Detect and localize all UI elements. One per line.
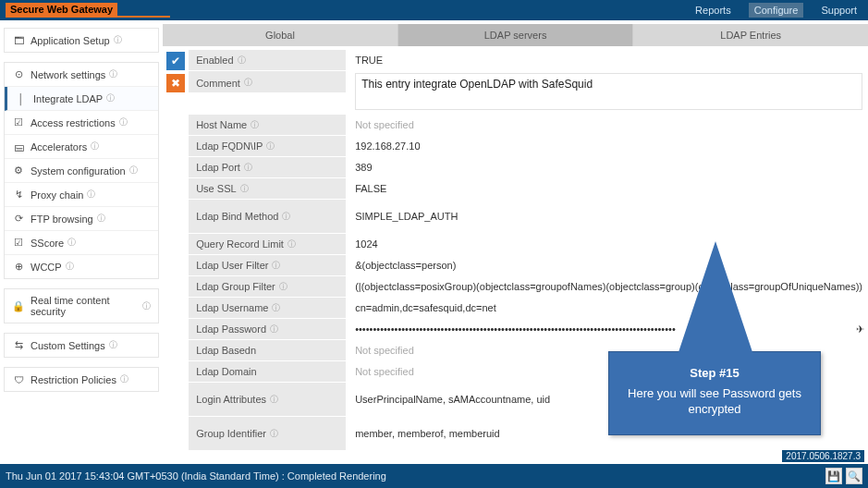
label-groupid: Group Identifier: [196, 428, 266, 439]
label-enabled: Enabled: [196, 55, 233, 66]
window-icon: 🗔: [12, 35, 25, 46]
sidebar-item-proxy[interactable]: ↯Proxy chainⓘ: [5, 183, 158, 207]
sidebar-item-network[interactable]: ⊙Network settingsⓘ: [5, 63, 158, 87]
sidebar-item-label: Real time content security: [31, 295, 139, 317]
sidebar-item-system[interactable]: ⚙System configurationⓘ: [5, 159, 158, 183]
label-basedn: Ldap Basedn: [189, 340, 346, 360]
info-icon: ⓘ: [129, 165, 138, 177]
delete-button[interactable]: ✖: [166, 74, 185, 92]
info-icon: ⓘ: [244, 77, 252, 89]
sidebar-item-label: WCCP: [31, 262, 62, 273]
nav-support[interactable]: Support: [815, 3, 862, 18]
value-username[interactable]: cn=admin,dc=safesquid,dc=net: [346, 298, 868, 318]
label-groupfilter: Ldap Group Filter: [196, 281, 275, 292]
sidebar-item-label: Integrate LDAP: [33, 93, 103, 104]
chain-icon: ↯: [12, 189, 25, 201]
target-icon: ⊙: [12, 68, 25, 80]
shield-icon: 🛡: [12, 374, 25, 385]
sidebar-item-label: System configuration: [31, 165, 126, 177]
info-icon: ⓘ: [67, 237, 76, 249]
info-icon: ⓘ: [287, 238, 296, 250]
value-port[interactable]: 389: [346, 157, 868, 177]
sidebar-item-label: FTP browsing: [31, 214, 93, 225]
tabs: Global LDAP servers LDAP Entries: [163, 24, 868, 46]
sidebar-item-ldap[interactable]: │Integrate LDAPⓘ: [5, 87, 158, 111]
sidebar-item-label: Restriction Policies: [31, 374, 116, 385]
sidebar-item-ftp[interactable]: ⟳FTP browsingⓘ: [5, 207, 158, 231]
top-nav: Reports Configure Support: [680, 5, 862, 16]
info-icon: ⓘ: [266, 140, 275, 152]
nav-configure[interactable]: Configure: [749, 3, 804, 18]
gear-icon: ⚙: [12, 165, 25, 177]
info-icon: ⓘ: [97, 213, 105, 225]
row-actions: ✔ ✖: [166, 52, 185, 92]
info-icon: ⓘ: [270, 428, 278, 440]
sidebar-item-accelerators[interactable]: 🖴Acceleratorsⓘ: [5, 135, 158, 159]
sidebar-item-label: SScore: [31, 238, 64, 249]
value-password[interactable]: ••••••••••••••••••••••••••••••••••••••••…: [346, 319, 868, 339]
send-icon: ✈: [856, 323, 864, 336]
info-icon: ⓘ: [244, 162, 252, 174]
tab-global[interactable]: Global: [163, 24, 398, 46]
sidebar-item-realtime[interactable]: 🔒Real time content securityⓘ: [5, 289, 158, 323]
save-button[interactable]: 💾: [825, 468, 842, 484]
info-icon: ⓘ: [238, 55, 246, 67]
info-icon: ⓘ: [251, 119, 259, 131]
value-fqdn[interactable]: 192.168.27.10: [346, 136, 868, 156]
info-icon: ⓘ: [270, 323, 278, 336]
info-icon: ⓘ: [270, 394, 278, 406]
value-bind[interactable]: SIMPLE_LDAP_AUTH: [346, 200, 868, 233]
label-qrl: Query Record Limit: [196, 238, 284, 250]
tree-icon: │: [15, 93, 28, 104]
label-comment: Comment: [196, 78, 240, 89]
sidebar-item-sscore[interactable]: ☑SScoreⓘ: [5, 231, 158, 255]
info-icon: ⓘ: [279, 281, 287, 293]
sidebar-item-label: Network settings: [31, 69, 105, 80]
nav-reports[interactable]: Reports: [690, 3, 737, 18]
label-fqdn: Ldap FQDN\IP: [196, 140, 263, 152]
value-groupfilter[interactable]: (|(objectclass=posixGroup)(objectclass=g…: [346, 276, 868, 297]
label-username: Ldap Username: [196, 302, 268, 313]
search-button[interactable]: 🔍: [846, 468, 862, 484]
brand-label: Secure Web Gateway: [6, 3, 117, 16]
sidebar-item-custom[interactable]: ⇆Custom Settingsⓘ: [5, 334, 158, 357]
label-domain: Ldap Domain: [189, 361, 346, 382]
label-bind: Ldap Bind Method: [196, 211, 278, 222]
info-icon: ⓘ: [66, 261, 74, 273]
sidebar: 🗔Application Setupⓘ ⊙Network settingsⓘ │…: [0, 20, 163, 464]
info-icon: ⓘ: [120, 373, 128, 385]
sidebar-item-access[interactable]: ☑Access restrictionsⓘ: [5, 111, 158, 135]
sidebar-item-restriction[interactable]: 🛡Restriction Policiesⓘ: [5, 368, 158, 391]
value-userfilter[interactable]: &(objectclass=person): [346, 255, 868, 275]
sidebar-item-app-setup[interactable]: 🗔Application Setupⓘ: [5, 29, 158, 52]
annotation-callout: Step #15 Here you will see Password gets…: [608, 351, 821, 435]
check-icon: ☑: [12, 237, 25, 249]
value-hostname[interactable]: Not specified: [346, 115, 868, 135]
info-icon: ⓘ: [114, 34, 122, 46]
value-ssl[interactable]: FALSE: [346, 178, 868, 199]
drive-icon: 🖴: [12, 141, 25, 152]
info-icon: ⓘ: [109, 339, 117, 351]
brand-underline: [6, 16, 170, 18]
label-port: Ldap Port: [196, 162, 240, 173]
value-qrl[interactable]: 1024: [346, 234, 868, 254]
tab-ldap-entries[interactable]: LDAP Entries: [633, 24, 868, 46]
info-icon: ⓘ: [282, 211, 290, 223]
info-icon: ⓘ: [119, 116, 128, 128]
callout-text: Here you will see Password gets encrypte…: [628, 386, 801, 417]
value-enabled[interactable]: TRUE: [346, 50, 868, 70]
circle-icon: ⊕: [12, 261, 25, 273]
info-icon: ⓘ: [109, 68, 117, 80]
top-bar: Secure Web Gateway Reports Configure Sup…: [0, 0, 868, 20]
footer-icons: 💾 🔍: [825, 468, 862, 484]
status-text: Thu Jun 01 2017 15:43:04 GMT+0530 (India…: [6, 470, 386, 482]
info-icon: ⓘ: [272, 260, 280, 272]
confirm-button[interactable]: ✔: [166, 52, 185, 70]
textarea-comment[interactable]: [355, 73, 862, 110]
tab-ldap-servers[interactable]: LDAP servers: [398, 24, 634, 46]
sidebar-item-wccp[interactable]: ⊕WCCPⓘ: [5, 255, 158, 278]
sidebar-item-label: Proxy chain: [31, 189, 83, 201]
sidebar-item-label: Access restrictions: [31, 117, 116, 128]
callout-step: Step #15: [620, 365, 809, 382]
info-icon: ⓘ: [91, 140, 99, 152]
